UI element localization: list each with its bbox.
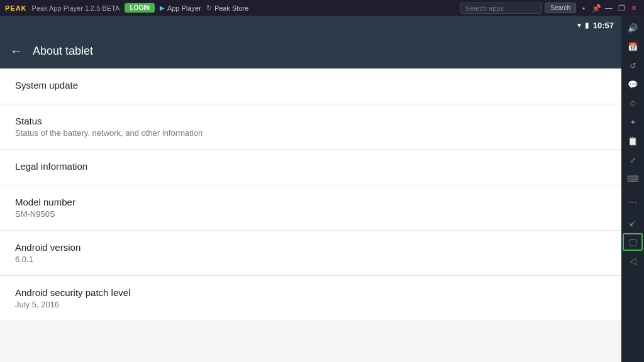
settings-item-0[interactable]: System update — [0, 69, 621, 104]
android-icon2[interactable]: ✦ — [623, 113, 643, 131]
main-container: ▾ ▮ 10:57 ← About tablet System updateSt… — [0, 16, 644, 362]
battery-icon: ▮ — [585, 21, 589, 30]
play-icon: ▶ — [160, 4, 165, 11]
settings-item-subtitle-3: SM-N950S — [15, 209, 606, 219]
taskbar-icon[interactable]: ▪ — [579, 4, 589, 13]
settings-item-title-2: Legal information — [15, 161, 606, 172]
right-sidebar: 🔊📅↺💬○✦📋⤢⌨⋯↙▢◁ — [621, 16, 644, 362]
wifi-icon: ▾ — [577, 21, 581, 30]
settings-item-4[interactable]: Android version6.0.1 — [0, 231, 621, 276]
calendar-icon[interactable]: 📅 — [623, 38, 643, 55]
app-name-label: Peak App Player 1.2.5 BETA — [32, 4, 120, 12]
settings-item-2[interactable]: Legal information — [0, 150, 621, 185]
dots-icon[interactable]: ⋯ — [623, 193, 643, 211]
expand-icon[interactable]: ⤢ — [623, 151, 643, 168]
android-area: ▾ ▮ 10:57 ← About tablet System updateSt… — [0, 16, 621, 362]
login-button[interactable]: LOGIN — [125, 3, 155, 13]
search-button[interactable]: Search — [545, 3, 576, 13]
rotate-icon[interactable]: ↺ — [623, 57, 643, 74]
nav1-label: App Player — [167, 4, 201, 12]
off-icon[interactable]: ○ — [623, 94, 643, 112]
settings-list: System updateStatusStatus of the battery… — [0, 69, 621, 362]
settings-item-5[interactable]: Android security patch levelJuly 5, 2016 — [0, 276, 621, 321]
close-button[interactable]: ✕ — [629, 4, 639, 13]
minimize-button[interactable]: — — [604, 4, 614, 13]
app-player-nav[interactable]: ▶ App Player — [160, 4, 201, 12]
clipboard-icon[interactable]: 📋 — [623, 132, 643, 150]
settings-item-title-4: Android version — [15, 242, 606, 253]
android-header: ← About tablet — [0, 34, 621, 69]
settings-item-title-1: Status — [15, 116, 606, 126]
back-button[interactable]: ← — [10, 44, 23, 58]
keyboard-icon2[interactable]: ⌨ — [623, 170, 643, 187]
settings-item-subtitle-4: 6.0.1 — [15, 255, 606, 264]
clock: 10:57 — [593, 21, 614, 30]
sidebar-separator — [625, 190, 640, 190]
android-status-bar: ▾ ▮ 10:57 — [0, 16, 621, 34]
settings-item-subtitle-5: July 5, 2016 — [15, 300, 606, 309]
titlebar: PEAK Peak App Player 1.2.5 BETA LOGIN ▶ … — [0, 0, 644, 16]
titlebar-left: PEAK Peak App Player 1.2.5 BETA LOGIN ▶ … — [5, 3, 248, 13]
search-area: Search ▪ 📌 — ❐ ✕ — [460, 3, 639, 14]
settings-item-title-3: Model number — [15, 197, 606, 207]
settings-item-subtitle-1: Status of the battery, network, and othe… — [15, 128, 606, 138]
page-title: About tablet — [33, 45, 93, 58]
back-nav-icon[interactable]: ◁ — [623, 252, 643, 270]
peak-store-nav[interactable]: ↻ Peak Store — [206, 4, 248, 12]
settings-item-title-5: Android security patch level — [15, 287, 606, 298]
chat-icon[interactable]: 💬 — [623, 75, 643, 93]
settings-item-3[interactable]: Model numberSM-N950S — [0, 185, 621, 231]
settings-item-title-0: System update — [15, 80, 606, 90]
maximize-button[interactable]: ❐ — [616, 4, 626, 13]
peak-logo: PEAK — [5, 4, 27, 12]
corner-icon[interactable]: ↙ — [623, 214, 643, 232]
settings-item-1[interactable]: StatusStatus of the battery, network, an… — [0, 104, 621, 150]
volume-icon[interactable]: 🔊 — [623, 19, 643, 36]
refresh-icon: ↻ — [206, 4, 212, 12]
search-input[interactable] — [460, 3, 542, 14]
nav2-label: Peak Store — [214, 4, 248, 12]
pin-icon[interactable]: 📌 — [591, 4, 601, 13]
square-icon[interactable]: ▢ — [623, 233, 643, 251]
